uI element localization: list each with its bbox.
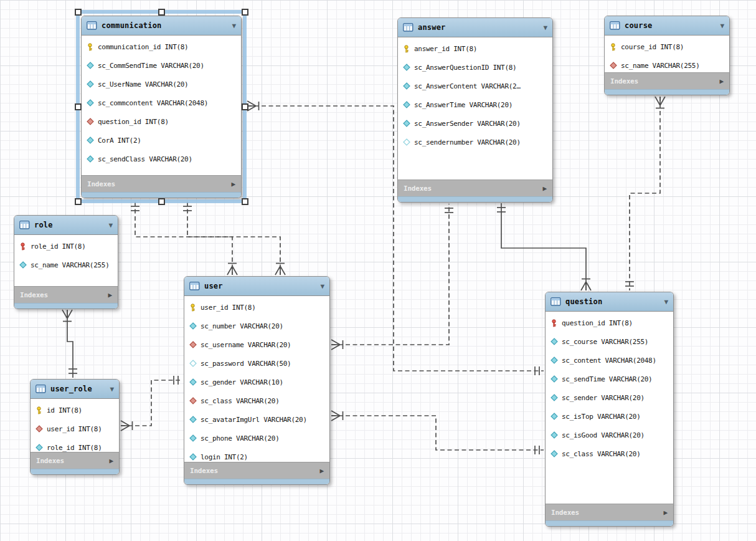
indexes-bar[interactable]: Indexes ▶ — [605, 72, 729, 89]
selection-handle[interactable] — [75, 198, 82, 205]
indexes-bar[interactable]: Indexes ▶ — [184, 462, 329, 479]
expand-arrow-icon[interactable]: ▶ — [319, 467, 324, 474]
table-header[interactable]: communication ▼ — [82, 16, 241, 36]
diamond-cyan-icon — [86, 80, 94, 88]
column-row[interactable]: sc_sendernumber VARCHAR(20) — [398, 133, 552, 151]
column-row[interactable]: sc_AnswerSender VARCHAR(20) — [398, 114, 552, 133]
relationship-communication-user-b[interactable] — [183, 202, 237, 275]
selection-handle[interactable] — [242, 9, 248, 16]
indexes-bar[interactable]: Indexes ▶ — [546, 504, 673, 520]
db-table-user_role[interactable]: user_role ▼ id INT(8) user_id INT(8) rol… — [30, 379, 120, 475]
eer-diagram-canvas[interactable]: communication ▼ communication_id INT(8) … — [0, 0, 756, 541]
chevron-down-icon[interactable]: ▼ — [664, 299, 668, 305]
expand-arrow-icon[interactable]: ▶ — [542, 185, 547, 192]
column-row[interactable]: sc_sendTime VARCHAR(20) — [546, 370, 673, 388]
column-row[interactable]: sc_CommSendTime VARCHAR(20) — [82, 56, 241, 75]
column-row[interactable]: course_id INT(8) — [605, 37, 729, 56]
column-row[interactable]: sc_commcontent VARCHAR(2048) — [82, 93, 241, 112]
column-row[interactable]: sc_class VARCHAR(20) — [184, 391, 329, 410]
chevron-down-icon[interactable]: ▼ — [320, 283, 324, 290]
table-header[interactable]: answer ▼ — [398, 18, 552, 37]
table-name: user_role — [50, 385, 92, 393]
column-row[interactable]: question_id INT(8) — [82, 112, 241, 131]
column-row[interactable]: id INT(8) — [31, 401, 119, 419]
column-row[interactable]: sc_gender VARCHAR(10) — [184, 373, 329, 391]
chevron-down-icon[interactable]: ▼ — [108, 222, 113, 229]
column-row[interactable]: sc_isGood VARCHAR(20) — [546, 426, 673, 444]
column-row[interactable]: CorA INT(2) — [82, 131, 241, 150]
db-table-role[interactable]: role ▼ role_id INT(8) sc_name VARCHAR(25… — [14, 215, 118, 309]
selection-handle[interactable] — [242, 198, 248, 205]
column-row[interactable]: role_id INT(8) — [31, 438, 119, 452]
selection-handle[interactable] — [158, 198, 165, 205]
indexes-bar[interactable]: Indexes ▶ — [14, 286, 118, 303]
column-row[interactable]: sc_username VARCHAR(20) — [184, 335, 329, 354]
relationship-user-answer[interactable] — [331, 204, 453, 350]
column-row[interactable]: answer_id INT(8) — [398, 39, 552, 58]
column-row[interactable]: sc_name VARCHAR(255) — [14, 256, 118, 274]
column-row[interactable]: sc_password VARCHAR(50) — [184, 354, 329, 373]
column-text: user_id INT(8) — [201, 304, 256, 312]
column-row[interactable]: sc_class VARCHAR(20) — [546, 444, 673, 463]
table-header[interactable]: question ▼ — [546, 292, 673, 312]
relationship-role-userrole[interactable] — [62, 310, 77, 378]
table-header[interactable]: role ▼ — [14, 216, 118, 235]
column-row[interactable]: question_id INT(8) — [546, 314, 673, 332]
column-row[interactable]: sc_AnswerContent VARCHAR(2… — [398, 77, 552, 95]
relationship-userrole-user[interactable] — [121, 376, 182, 431]
column-row[interactable]: sc_isTop VARCHAR(20) — [546, 407, 673, 426]
column-row[interactable]: sc_AnswerQuestionID INT(8) — [398, 58, 552, 77]
indexes-bar[interactable]: Indexes ▶ — [398, 180, 552, 196]
table-header[interactable]: user_role ▼ — [31, 380, 119, 399]
column-row[interactable]: role_id INT(8) — [14, 237, 118, 256]
selection-handle[interactable] — [75, 9, 82, 16]
expand-arrow-icon[interactable]: ▶ — [109, 457, 113, 464]
table-grid-icon — [19, 221, 30, 229]
chevron-down-icon[interactable]: ▼ — [720, 22, 724, 29]
db-table-question[interactable]: question ▼ question_id INT(8) sc_course … — [545, 292, 674, 527]
chevron-down-icon[interactable]: ▼ — [232, 22, 236, 29]
indexes-bar[interactable]: Indexes ▶ — [82, 175, 241, 192]
column-row[interactable]: sc_number VARCHAR(20) — [184, 317, 329, 335]
column-row[interactable]: login INT(2) — [184, 448, 329, 462]
column-row[interactable]: sc_UserName VARCHAR(20) — [82, 75, 241, 93]
expand-arrow-icon[interactable]: ▶ — [231, 181, 235, 188]
column-row[interactable]: user_id INT(8) — [31, 419, 119, 438]
column-text: sc_gender VARCHAR(10) — [201, 378, 283, 386]
chevron-down-icon[interactable]: ▼ — [110, 386, 114, 393]
column-row[interactable]: user_id INT(8) — [184, 298, 329, 317]
relationship-communication-user-a[interactable] — [131, 202, 285, 275]
chevron-down-icon[interactable]: ▼ — [543, 24, 547, 31]
relationship-user-question[interactable] — [331, 411, 544, 454]
table-header[interactable]: course ▼ — [605, 16, 729, 36]
db-table-user[interactable]: user ▼ user_id INT(8) sc_number VARCHAR(… — [184, 276, 330, 485]
column-text: course_id INT(8) — [621, 43, 684, 51]
column-row[interactable]: sc_sender VARCHAR(20) — [546, 388, 673, 407]
expand-arrow-icon[interactable]: ▶ — [663, 509, 668, 516]
relationship-course-question[interactable] — [625, 97, 665, 290]
expand-arrow-icon[interactable]: ▶ — [108, 292, 112, 299]
table-header[interactable]: user ▼ — [184, 277, 329, 296]
relationship-answer-question[interactable] — [497, 203, 591, 290]
indexes-bar[interactable]: Indexes ▶ — [31, 452, 119, 469]
db-table-communication[interactable]: communication ▼ communication_id INT(8) … — [81, 16, 242, 198]
column-row[interactable]: sc_sendClass VARCHAR(20) — [82, 150, 241, 168]
column-row[interactable]: sc_content VARCHAR(2048) — [546, 351, 673, 370]
selection-handle[interactable] — [75, 103, 82, 110]
expand-arrow-icon[interactable]: ▶ — [719, 78, 724, 85]
db-table-course[interactable]: course ▼ course_id INT(8) sc_name VARCHA… — [604, 16, 730, 95]
column-text: sc_commcontent VARCHAR(2048) — [98, 99, 208, 107]
column-text: question_id INT(8) — [98, 118, 169, 126]
column-text: sc_class VARCHAR(20) — [201, 397, 279, 405]
column-row[interactable]: sc_course VARCHAR(255) — [546, 332, 673, 351]
column-row[interactable]: sc_name VARCHAR(255) — [605, 56, 729, 72]
selection-handle[interactable] — [242, 103, 248, 110]
diamond-cyan-icon — [86, 136, 94, 144]
column-row[interactable]: sc_avatarImgUrl VARCHAR(20) — [184, 410, 329, 429]
column-row[interactable]: sc_AnswerTime VARCHAR(20) — [398, 95, 552, 114]
column-row[interactable]: communication_id INT(8) — [82, 37, 241, 56]
indexes-label: Indexes — [404, 184, 432, 193]
db-table-answer[interactable]: answer ▼ answer_id INT(8) sc_AnswerQuest… — [397, 17, 553, 203]
selection-handle[interactable] — [158, 9, 165, 16]
column-row[interactable]: sc_phone VARCHAR(20) — [184, 429, 329, 448]
